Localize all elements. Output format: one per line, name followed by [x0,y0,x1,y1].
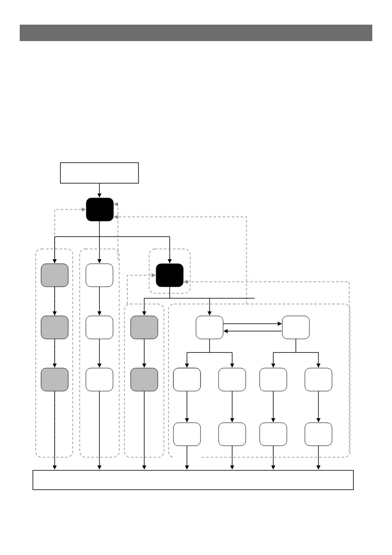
feedback-cd [114,217,247,304]
selector-top-label [86,198,113,200]
flow-diagram [0,0,392,555]
bottom-bar-label [33,470,353,474]
feedback-c-to-mid [127,275,155,304]
top-box-label [60,163,138,166]
feedback-b [114,204,118,260]
